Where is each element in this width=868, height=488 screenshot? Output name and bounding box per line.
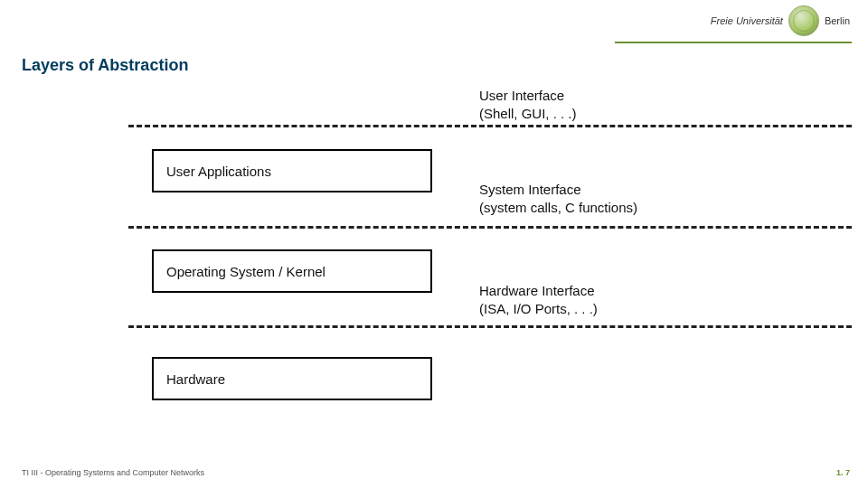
interface-line2: (ISA, I/O Ports, . . .) (479, 300, 598, 318)
interface-line2: (system calls, C functions) (479, 199, 637, 217)
footer-course: TI III - Operating Systems and Computer … (22, 468, 204, 477)
layer-box-hardware: Hardware (152, 357, 432, 400)
layer-box-operating-system: Operating System / Kernel (152, 249, 432, 293)
logo-text-right: Berlin (825, 15, 850, 26)
seal-icon (788, 5, 819, 36)
interface-line1: Hardware Interface (479, 282, 598, 300)
interface-line2: (Shell, GUI, . . .) (479, 105, 577, 123)
header-rule (615, 42, 852, 43)
layer-label: Hardware (166, 371, 225, 387)
interface-label-hardware: Hardware Interface (ISA, I/O Ports, . . … (479, 282, 598, 317)
interface-label-user: User Interface (Shell, GUI, . . .) (479, 87, 577, 122)
footer-page-number: 1. 7 (836, 468, 850, 477)
interface-line1: User Interface (479, 87, 577, 105)
university-logo: Freie Universität Berlin (711, 5, 850, 36)
layer-box-user-applications: User Applications (152, 149, 432, 192)
logo-text-left: Freie Universität (711, 15, 783, 26)
divider-3 (128, 325, 852, 328)
layer-label: Operating System / Kernel (166, 264, 326, 279)
divider-2 (128, 226, 852, 229)
interface-label-system: System Interface (system calls, C functi… (479, 181, 637, 216)
layer-label: User Applications (166, 164, 271, 179)
slide-title: Layers of Abstraction (22, 56, 188, 75)
divider-1 (128, 125, 852, 127)
interface-line1: System Interface (479, 181, 637, 199)
